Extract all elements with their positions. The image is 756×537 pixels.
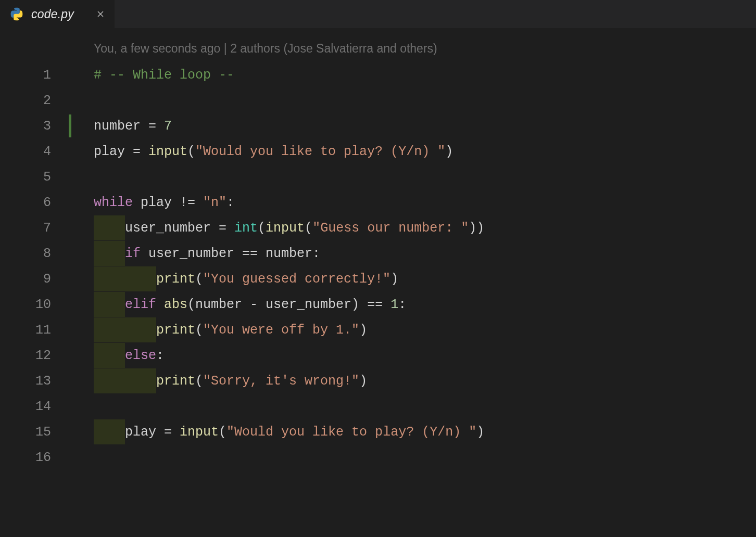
gutter-decoration	[69, 419, 73, 445]
line-number: 3	[0, 113, 69, 139]
close-icon[interactable]	[96, 9, 105, 19]
line-number: 2	[0, 88, 69, 113]
line-number: 16	[0, 445, 69, 470]
code-line[interactable]: 14	[0, 394, 756, 419]
line-number: 1	[0, 62, 69, 88]
code-line[interactable]: 12 else:	[0, 343, 756, 368]
line-number: 4	[0, 139, 69, 164]
code-line[interactable]: 9 print("You guessed correctly!")	[0, 266, 756, 292]
gutter-decoration	[69, 292, 73, 317]
code-line[interactable]: 13 print("Sorry, it's wrong!")	[0, 368, 756, 394]
code-area[interactable]: 1 # -- While loop -- 2 3 number = 7 4 pl…	[0, 42, 756, 470]
git-codelens[interactable]: You, a few seconds ago | 2 authors (Jose…	[94, 42, 437, 56]
code-line[interactable]: 15 play = input("Would you like to play?…	[0, 419, 756, 445]
tab-bar: code.py	[0, 0, 756, 28]
code-line[interactable]: 6 while play != "n":	[0, 190, 756, 215]
line-number: 13	[0, 368, 69, 394]
gutter-decoration	[69, 139, 73, 164]
gutter-decoration	[69, 113, 73, 139]
gutter-decoration	[69, 190, 73, 215]
gutter-added-marker	[69, 114, 71, 137]
code-line[interactable]: 3 number = 7	[0, 113, 756, 139]
line-number: 5	[0, 164, 69, 190]
gutter-decoration	[69, 394, 73, 419]
code-line[interactable]: 4 play = input("Would you like to play? …	[0, 139, 756, 164]
line-number: 10	[0, 292, 69, 317]
gutter-decoration	[69, 164, 73, 190]
line-number: 6	[0, 190, 69, 215]
line-number: 7	[0, 215, 69, 241]
line-number: 8	[0, 241, 69, 266]
tab-title: code.py	[31, 7, 74, 21]
line-number: 14	[0, 394, 69, 419]
python-icon	[9, 7, 24, 21]
code-line[interactable]: 5	[0, 164, 756, 190]
code-line[interactable]: 8 if user_number == number:	[0, 241, 756, 266]
line-number: 15	[0, 419, 69, 445]
line-number: 11	[0, 317, 69, 343]
gutter-decoration	[69, 343, 73, 368]
line-number: 12	[0, 343, 69, 368]
line-number: 9	[0, 266, 69, 292]
code-line[interactable]: 7 user_number = int(input("Guess our num…	[0, 215, 756, 241]
gutter-decoration	[69, 88, 73, 113]
gutter-decoration	[69, 368, 73, 394]
gutter-decoration	[69, 266, 73, 292]
code-line[interactable]: 2	[0, 88, 756, 113]
gutter-decoration	[69, 62, 73, 88]
code-line[interactable]: 16	[0, 445, 756, 470]
code-line[interactable]: 11 print("You were off by 1.")	[0, 317, 756, 343]
gutter-decoration	[69, 317, 73, 343]
gutter-decoration	[69, 215, 73, 241]
gutter-decoration	[69, 445, 73, 470]
code-line[interactable]: 10 elif abs(number - user_number) == 1:	[0, 292, 756, 317]
tab-code-py[interactable]: code.py	[0, 0, 115, 28]
code-line[interactable]: 1 # -- While loop --	[0, 62, 756, 88]
editor[interactable]: You, a few seconds ago | 2 authors (Jose…	[0, 28, 756, 470]
gutter-decoration	[69, 241, 73, 266]
